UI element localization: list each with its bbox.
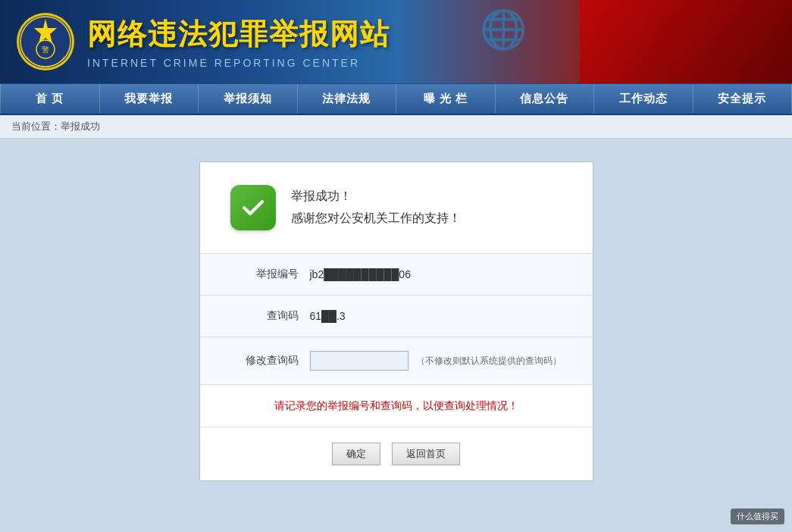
nav-safety[interactable]: 安全提示	[693, 84, 793, 114]
success-message: 举报成功！ 感谢您对公安机关工作的支持！	[291, 186, 461, 230]
nav-notice[interactable]: 举报须知	[199, 84, 298, 114]
nav-info[interactable]: 信息公告	[496, 84, 595, 114]
header-text: 网络违法犯罪举报网站 INTERNET CRIME REPORTING CENT…	[87, 15, 390, 69]
success-subtitle: 感谢您对公安机关工作的支持！	[291, 208, 461, 230]
query-code-label: 查询码	[230, 309, 299, 323]
nav-home[interactable]: 首 页	[0, 84, 100, 114]
success-icon	[230, 185, 276, 230]
site-title-chinese: 网络违法犯罪举报网站	[87, 15, 390, 54]
report-number-value: jb2██████████06	[310, 268, 411, 280]
nav-law[interactable]: 法律法规	[298, 84, 397, 114]
nav-report[interactable]: 我要举报	[100, 84, 199, 114]
modify-code-input[interactable]	[310, 351, 409, 371]
notice-text: 请记录您的举报编号和查询码，以便查询处理情况！	[274, 399, 518, 412]
success-title: 举报成功！	[291, 186, 461, 208]
nav-expose[interactable]: 曝 光 栏	[396, 84, 496, 114]
main-navigation: 首 页 我要举报 举报须知 法律法规 曝 光 栏 信息公告 工作动态 安全提示	[0, 83, 792, 115]
breadcrumb: 当前位置：举报成功	[0, 115, 792, 139]
report-number-label: 举报编号	[230, 268, 299, 281]
breadcrumb-prefix: 当前位置：	[11, 120, 61, 132]
notice-row: 请记录您的举报编号和查询码，以便查询处理情况！	[200, 385, 593, 427]
watermark: 什么值得买	[731, 509, 784, 524]
button-row: 确定 返回首页	[200, 427, 593, 480]
back-home-button[interactable]: 返回首页	[392, 443, 460, 465]
globe-decoration: 🌐	[480, 8, 527, 52]
result-card: 举报成功！ 感谢您对公安机关工作的支持！ 举报编号 jb2██████████0…	[199, 161, 593, 481]
nav-work[interactable]: 工作动态	[594, 84, 693, 114]
modify-code-label: 修改查询码	[230, 354, 299, 368]
police-emblem: 警	[15, 11, 76, 72]
report-number-row: 举报编号 jb2██████████06	[200, 254, 593, 296]
confirm-button[interactable]: 确定	[332, 443, 380, 465]
site-title-english: INTERNET CRIME REPORTING CENTER	[87, 57, 390, 69]
svg-text:警: 警	[42, 45, 49, 54]
query-code-value: 61██.3	[310, 310, 346, 322]
modify-code-hint: （不修改则默认系统提供的查询码）	[416, 355, 562, 368]
page-header: 警 网络违法犯罪举报网站 INTERNET CRIME REPORTING CE…	[0, 0, 792, 83]
query-code-row: 查询码 61██.3	[200, 296, 593, 337]
success-section: 举报成功！ 感谢您对公安机关工作的支持！	[200, 162, 593, 254]
modify-code-row: 修改查询码 （不修改则默认系统提供的查询码）	[200, 337, 593, 385]
main-content: 举报成功！ 感谢您对公安机关工作的支持！ 举报编号 jb2██████████0…	[0, 139, 792, 532]
breadcrumb-current: 举报成功	[61, 120, 100, 132]
